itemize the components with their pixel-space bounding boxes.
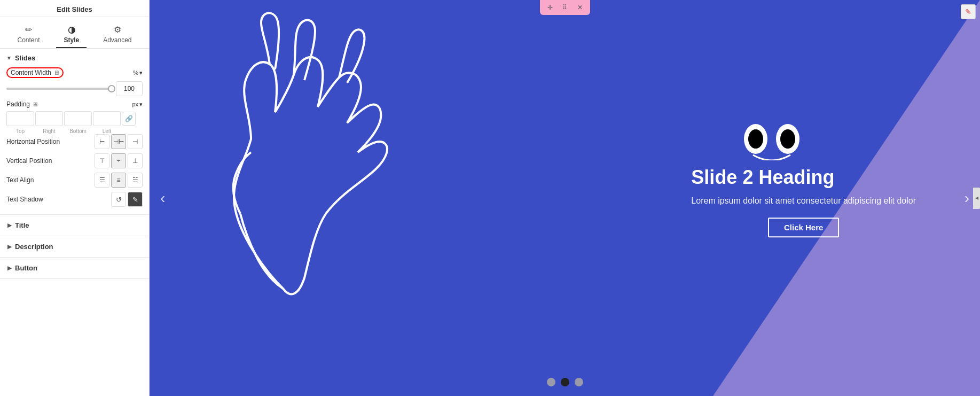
text-align-buttons: ☰ ≡ ☱	[95, 173, 143, 188]
padding-left-input[interactable]	[93, 111, 121, 126]
padding-left-label: Left	[93, 128, 121, 134]
h-pos-left-btn[interactable]: ⊢	[95, 134, 109, 149]
padding-unit-select[interactable]: px ▾	[132, 101, 143, 108]
description-label: Description	[15, 243, 53, 251]
text-align-right-btn[interactable]: ☱	[128, 173, 143, 188]
content-tab-icon: ✏	[25, 25, 32, 35]
toolbar-drag-btn[interactable]: ⠿	[559, 2, 571, 13]
slide-dot-3[interactable]	[575, 378, 583, 386]
next-slide-button[interactable]: ›	[959, 184, 975, 212]
vertical-position-row: Vertical Position ⊤ ÷ ⊥	[6, 153, 143, 168]
tab-style[interactable]: ◑ Style	[56, 21, 87, 48]
slider-fill	[6, 88, 112, 90]
padding-bottom-label: Bottom	[64, 128, 92, 134]
button-section[interactable]: ▶ Button	[0, 258, 149, 279]
slide-dots	[547, 378, 583, 386]
text-shadow-reset-btn[interactable]: ↺	[111, 192, 126, 207]
unit-text: %	[133, 69, 138, 76]
padding-monitor-icon: 🖥	[32, 101, 38, 107]
panel-header: Edit Slides	[0, 0, 149, 17]
padding-labels: Top Right Bottom Left	[6, 128, 143, 134]
text-align-center-btn[interactable]: ≡	[111, 173, 126, 188]
content-width-row: Content Width 🖥 % ▾	[6, 67, 143, 78]
tab-style-label: Style	[64, 36, 79, 44]
tab-content[interactable]: ✏ Content	[10, 21, 47, 48]
title-arrow: ▶	[7, 222, 12, 228]
slide-dot-2[interactable]	[561, 378, 569, 386]
slide-background: Slide 2 Heading Lorem ipsum dolor sit am…	[150, 0, 980, 396]
unit-select[interactable]: % ▾	[133, 69, 143, 76]
content-width-slider[interactable]	[6, 88, 112, 90]
content-width-label: Content Width 🖥	[6, 67, 64, 78]
svg-point-1	[748, 129, 763, 149]
vertical-position-buttons: ⊤ ÷ ⊥	[95, 153, 143, 168]
text-shadow-edit-btn[interactable]: ✎	[128, 192, 143, 207]
advanced-tab-icon: ⚙	[114, 25, 121, 35]
padding-row: Padding 🖥 px ▾	[6, 100, 143, 108]
tab-advanced-label: Advanced	[103, 36, 131, 44]
style-tab-icon: ◑	[68, 25, 75, 35]
slides-section: ▼ Slides Content Width 🖥 % ▾ Padding	[0, 49, 149, 215]
slide-toolbar: ✛ ⠿ ✕	[540, 0, 590, 15]
left-panel: Edit Slides ✏ Content ◑ Style ⚙ Advanced…	[0, 0, 150, 396]
v-pos-bottom-btn[interactable]: ⊥	[128, 153, 143, 168]
text-align-label: Text Align	[6, 176, 34, 184]
h-pos-right-btn[interactable]: ⊣	[128, 134, 143, 149]
padding-unit-arrow: ▾	[139, 101, 143, 108]
padding-text: Padding	[6, 100, 30, 108]
text-align-left-btn[interactable]: ☰	[95, 173, 109, 188]
content-width-text: Content Width	[11, 69, 51, 76]
toolbar-close-btn[interactable]: ✕	[574, 2, 586, 13]
horizontal-position-buttons: ⊢ ⊣⊢ ⊣	[95, 134, 143, 149]
prev-slide-button[interactable]: ‹	[155, 184, 170, 212]
text-shadow-row: Text Shadow ↺ ✎	[6, 192, 143, 207]
title-section[interactable]: ▶ Title	[0, 215, 149, 236]
slide-cta-button[interactable]: Click Here	[768, 218, 839, 237]
tabs-row: ✏ Content ◑ Style ⚙ Advanced	[0, 17, 149, 49]
h-pos-center-btn[interactable]: ⊣⊢	[111, 134, 126, 149]
description-section[interactable]: ▶ Description	[0, 236, 149, 258]
slides-section-arrow: ▼	[6, 55, 12, 61]
link-icon[interactable]: 🔗	[122, 112, 136, 126]
slide-content: Slide 2 Heading Lorem ipsum dolor sit am…	[691, 166, 916, 237]
v-pos-middle-btn[interactable]: ÷	[111, 153, 126, 168]
v-pos-top-btn[interactable]: ⊤	[95, 153, 109, 168]
collapse-handle[interactable]	[973, 188, 980, 209]
title-label: Title	[15, 221, 29, 229]
padding-right-input[interactable]	[35, 111, 63, 126]
unit-arrow: ▾	[139, 69, 143, 76]
slide-preview-area: ✛ ⠿ ✕ ✎	[150, 0, 980, 396]
content-width-input[interactable]	[116, 81, 143, 96]
slide-description: Lorem ipsum dolor sit amet consectetur a…	[691, 196, 916, 206]
vertical-position-label: Vertical Position	[6, 157, 52, 165]
slide-dot-1[interactable]	[547, 378, 555, 386]
slides-section-title[interactable]: ▼ Slides	[6, 54, 143, 62]
slide-heading-text: Slide 2 Heading	[691, 166, 834, 189]
horizontal-position-row: Horizontal Position ⊢ ⊣⊢ ⊣	[6, 134, 143, 149]
monitor-icon: 🖥	[53, 69, 59, 76]
button-label: Button	[15, 264, 37, 272]
padding-unit-text: px	[132, 101, 138, 107]
padding-top-label: Top	[6, 128, 34, 134]
toolbar-move-btn[interactable]: ✛	[544, 2, 556, 13]
slides-section-label: Slides	[15, 54, 35, 62]
horizontal-position-label: Horizontal Position	[6, 138, 60, 145]
description-arrow: ▶	[7, 244, 12, 250]
edit-icon-corner[interactable]: ✎	[961, 4, 976, 19]
slide-heading: Slide 2 Heading	[691, 166, 916, 189]
padding-bottom-input[interactable]	[64, 111, 92, 126]
svg-point-3	[780, 129, 795, 149]
text-align-row: Text Align ☰ ≡ ☱	[6, 173, 143, 188]
button-arrow: ▶	[7, 265, 12, 271]
slider-thumb[interactable]	[108, 85, 115, 92]
slider-row	[6, 81, 143, 96]
padding-label: Padding 🖥	[6, 100, 38, 108]
text-shadow-buttons: ↺ ✎	[111, 192, 143, 207]
tab-content-label: Content	[17, 36, 40, 44]
text-shadow-label: Text Shadow	[6, 196, 43, 203]
padding-right-label: Right	[35, 128, 63, 134]
tab-advanced[interactable]: ⚙ Advanced	[96, 21, 139, 48]
padding-top-input[interactable]	[6, 111, 34, 126]
eyes-illustration	[740, 118, 804, 160]
hand-illustration	[176, 11, 433, 310]
